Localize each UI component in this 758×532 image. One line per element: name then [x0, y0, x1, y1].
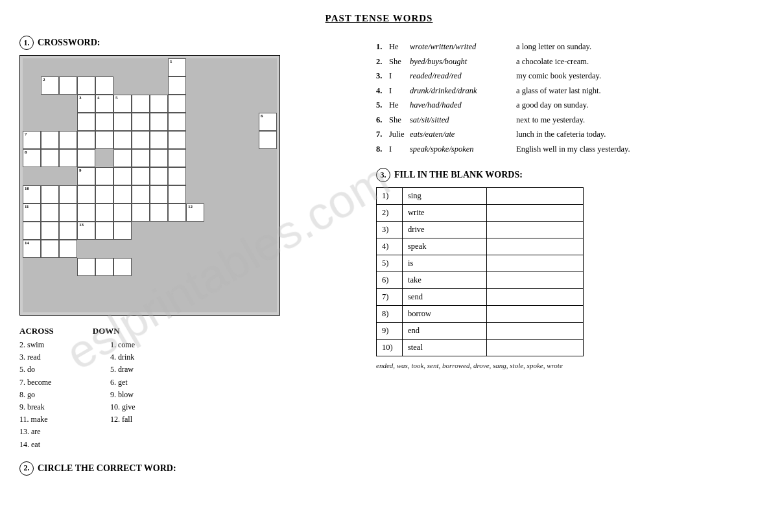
- cell: [259, 276, 277, 294]
- cell: [168, 131, 186, 149]
- right-column: 1. He wrote/written/writed a long letter…: [376, 36, 739, 369]
- cell: [113, 58, 132, 76]
- cell-number: 3: [79, 96, 82, 100]
- cell: [259, 240, 277, 258]
- across-clue-3: 5. do: [19, 364, 97, 376]
- cell: [259, 76, 277, 95]
- cell: [132, 185, 150, 203]
- row-answer[interactable]: [486, 306, 583, 323]
- cell: [77, 185, 95, 203]
- cell: [259, 58, 277, 76]
- cell-number: 10: [25, 187, 29, 191]
- cell: [95, 294, 113, 312]
- cell: [241, 240, 259, 258]
- cell: [132, 95, 150, 113]
- item-choices: readed/read/red: [410, 69, 514, 84]
- cell: [222, 113, 241, 131]
- cell: [186, 240, 204, 258]
- cell: [23, 294, 41, 312]
- cell-number: 5: [115, 96, 118, 100]
- cell: [132, 58, 150, 76]
- row-answer[interactable]: [486, 323, 583, 340]
- cell: [95, 203, 113, 222]
- cell: [113, 113, 132, 131]
- item-subject: She: [389, 54, 407, 69]
- row-num: 6): [377, 272, 403, 289]
- cell: [204, 58, 222, 76]
- cell: [168, 149, 186, 167]
- row-answer[interactable]: [486, 205, 583, 222]
- cell: [222, 149, 241, 167]
- cell: [204, 149, 222, 167]
- item-subject: She: [389, 113, 407, 128]
- cell: [59, 131, 77, 149]
- cell-number: 7: [25, 132, 27, 137]
- cell: [241, 113, 259, 131]
- cell: [150, 58, 168, 76]
- row-word: send: [402, 289, 486, 306]
- table-row: 1) sing: [377, 188, 584, 205]
- cell: [204, 294, 222, 312]
- cell: [150, 294, 168, 312]
- cell: [204, 167, 222, 185]
- cell: [186, 185, 204, 203]
- row-answer[interactable]: [486, 340, 583, 356]
- item-subject: I: [389, 142, 407, 157]
- cell: [113, 258, 132, 276]
- cell: [59, 58, 77, 76]
- item-subject: I: [389, 69, 407, 84]
- cell: [23, 58, 41, 76]
- cell: [150, 76, 168, 95]
- cell: [204, 258, 222, 276]
- across-clue-9: 14. eat: [19, 439, 97, 451]
- row-answer[interactable]: [486, 255, 583, 272]
- down-clue-5: 9. blow: [110, 389, 188, 401]
- cell: [186, 131, 204, 149]
- row-answer[interactable]: [486, 222, 583, 238]
- row-answer[interactable]: [486, 272, 583, 289]
- table-row: 2) write: [377, 205, 584, 222]
- cell: [241, 203, 259, 222]
- row-answer[interactable]: [486, 289, 583, 306]
- cell: [23, 258, 41, 276]
- cell: [222, 76, 241, 95]
- item-subject: He: [389, 40, 407, 54]
- cell: [23, 113, 41, 131]
- cell: [259, 258, 277, 276]
- cell: [132, 113, 150, 131]
- cell: [259, 222, 277, 240]
- row-num: 9): [377, 323, 403, 340]
- section1-num: 1.: [19, 36, 34, 50]
- cell: [168, 76, 186, 95]
- item-rest: a long letter on sunday.: [516, 40, 591, 54]
- cell: [168, 222, 186, 240]
- cell: [95, 113, 113, 131]
- cell: [95, 149, 113, 167]
- cell: [95, 58, 113, 76]
- cell: [59, 240, 77, 258]
- row-num: 4): [377, 238, 403, 255]
- table-row: 9) end: [377, 323, 584, 340]
- cell: [168, 113, 186, 131]
- cell: [95, 222, 113, 240]
- section2: 2. CIRCLE THE CORRECT WORD:: [19, 461, 357, 476]
- cell: [241, 222, 259, 240]
- cell: [259, 149, 277, 167]
- row-answer[interactable]: [486, 238, 583, 255]
- item-num: 5.: [376, 98, 386, 113]
- crossword-grid: 1234567891011121314: [23, 58, 277, 312]
- cell: [113, 131, 132, 149]
- row-word: take: [402, 272, 486, 289]
- list-item: 6. She sat/sit/sitted next to me yesterd…: [376, 113, 739, 128]
- row-answer[interactable]: [486, 188, 583, 205]
- cell-number: 6: [261, 114, 263, 119]
- cell: [168, 203, 186, 222]
- item-subject: Julie: [389, 127, 407, 142]
- table-row: 4) speak: [377, 238, 584, 255]
- cell: [241, 276, 259, 294]
- circle-correct-list: 1. He wrote/written/writed a long letter…: [376, 40, 739, 156]
- cell: [186, 58, 204, 76]
- cell: [113, 76, 132, 95]
- cell: [113, 294, 132, 312]
- cell-number: 9: [79, 168, 82, 173]
